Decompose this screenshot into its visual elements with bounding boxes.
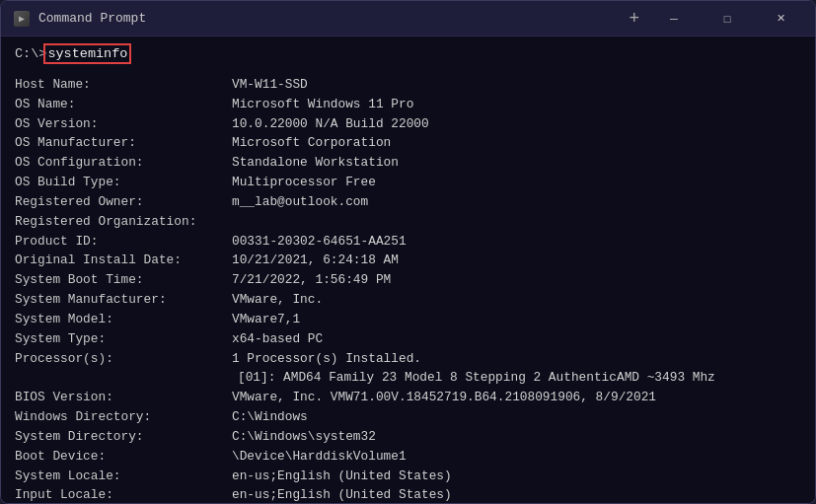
info-key: System Locale: [15,467,232,486]
prompt-prefix: C:\> [15,46,46,61]
info-val: x64-based PC [232,329,801,349]
system-info-table-2: BIOS Version:VMware, Inc. VMW71.00V.1845… [15,388,801,503]
info-val: Microsoft Windows 11 Pro [232,95,801,114]
info-val: 10.0.22000 N/A Build 22000 [232,114,801,134]
info-val: \Device\HarddiskVolume1 [232,447,801,467]
info-key: Windows Directory: [15,407,232,427]
table-row: Original Install Date:10/21/2021, 6:24:1… [15,251,801,270]
info-key: OS Build Type: [15,173,232,192]
new-tab-button[interactable]: + [625,8,643,29]
info-val: Multiprocessor Free [232,173,801,192]
table-row: OS Manufacturer:Microsoft Corporation [15,133,801,153]
info-val: en-us;English (United States) [232,467,801,486]
info-val: 1 Processor(s) Installed. [232,349,801,369]
info-key: Host Name: [15,75,232,95]
prompt-command: systeminfo [46,46,128,61]
system-info-table: Host Name:VM-W11-SSDOS Name:Microsoft Wi… [15,75,801,368]
info-key: System Manufacturer: [15,290,232,310]
table-row: OS Build Type:Multiprocessor Free [15,173,801,192]
cmd-icon: ▶ [14,11,30,27]
table-row: OS Version:10.0.22000 N/A Build 22000 [15,114,801,134]
info-key: OS Manufacturer: [15,133,232,153]
info-key: Registered Owner: [15,192,232,212]
info-key: OS Version: [15,114,232,134]
table-row: OS Configuration:Standalone Workstation [15,153,801,173]
maximize-button[interactable]: □ [705,4,750,34]
info-val: en-us;English (United States) [232,485,801,503]
table-row: System Boot Time:7/21/2022, 1:56:49 PM [15,270,801,290]
table-row: Product ID:00331-20302-64651-AA251 [15,232,801,252]
minimize-button[interactable]: ─ [651,4,697,34]
info-key: System Type: [15,329,232,349]
processor-detail: [01]: AMD64 Family 23 Model 8 Stepping 2… [15,368,801,388]
table-row: Processor(s):1 Processor(s) Installed. [15,349,801,369]
window-controls: + ─ □ ✕ [625,4,803,34]
table-row: Host Name:VM-W11-SSD [15,75,801,95]
info-val [232,212,801,232]
info-key: System Model: [15,310,232,329]
info-key: Boot Device: [15,447,232,467]
info-val: VMware7,1 [232,310,801,329]
info-val: VM-W11-SSD [232,75,801,95]
info-key: System Directory: [15,427,232,447]
table-row: System Locale:en-us;English (United Stat… [15,467,801,486]
table-row: OS Name:Microsoft Windows 11 Pro [15,95,801,114]
info-key: System Boot Time: [15,270,232,290]
table-row: Input Locale:en-us;English (United State… [15,485,801,503]
info-val: m__lab@outlook.com [232,192,801,212]
prompt-line: C:\>systeminfo [15,46,801,61]
info-val: 10/21/2021, 6:24:18 AM [232,251,801,270]
table-row: Registered Owner:m__lab@outlook.com [15,192,801,212]
info-val: C:\Windows\system32 [232,427,801,447]
info-val: C:\Windows [232,407,801,427]
info-key: OS Configuration: [15,153,232,173]
info-key: Original Install Date: [15,251,232,270]
info-key: Product ID: [15,232,232,252]
info-val: Microsoft Corporation [232,133,801,153]
terminal-content[interactable]: C:\>systeminfo Host Name:VM-W11-SSDOS Na… [1,36,815,503]
table-row: System Type:x64-based PC [15,329,801,349]
info-key: Processor(s): [15,349,232,369]
table-row: System Model:VMware7,1 [15,310,801,329]
table-row: Windows Directory:C:\Windows [15,407,801,427]
info-val: VMware, Inc. VMW71.00V.18452719.B64.2108… [232,388,801,407]
table-row: BIOS Version:VMware, Inc. VMW71.00V.1845… [15,388,801,407]
table-row: Registered Organization: [15,212,801,232]
info-key: Input Locale: [15,485,232,503]
window-title: Command Prompt [38,11,625,26]
info-key: Registered Organization: [15,212,232,232]
titlebar: ▶ Command Prompt + ─ □ ✕ [1,1,815,36]
info-key: OS Name: [15,95,232,114]
info-val: 7/21/2022, 1:56:49 PM [232,270,801,290]
table-row: System Directory:C:\Windows\system32 [15,427,801,447]
info-val: 00331-20302-64651-AA251 [232,232,801,252]
info-val: VMware, Inc. [232,290,801,310]
close-button[interactable]: ✕ [758,4,803,34]
info-val: Standalone Workstation [232,153,801,173]
table-row: Boot Device:\Device\HarddiskVolume1 [15,447,801,467]
table-row: System Manufacturer:VMware, Inc. [15,290,801,310]
window-icon: ▶ [13,10,31,28]
terminal-window: ▶ Command Prompt + ─ □ ✕ C:\>systeminfo … [0,0,816,504]
info-key: BIOS Version: [15,388,232,407]
